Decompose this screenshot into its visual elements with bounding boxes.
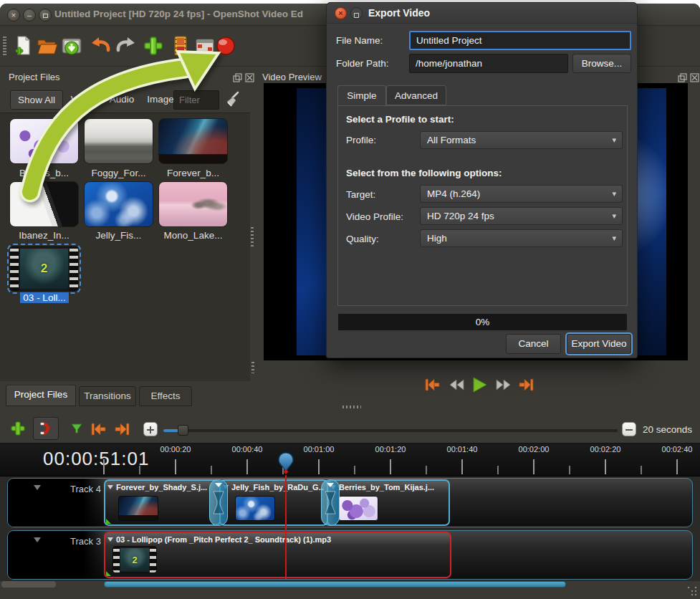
- file-thumbnail-ibanez[interactable]: [9, 181, 79, 227]
- toolbar-drag-handle[interactable]: [3, 37, 6, 55]
- file-label-selected[interactable]: 03 - Loll...: [20, 292, 69, 303]
- grid-scrollbar-dots[interactable]: [251, 362, 254, 373]
- preview-close-icon[interactable]: [690, 72, 699, 82]
- timeline-jump-end-button[interactable]: [113, 420, 132, 439]
- ruler-label: 00:02:40: [656, 445, 699, 454]
- dialog-close-button[interactable]: ×: [335, 7, 347, 19]
- export-video-button[interactable]: [214, 34, 237, 57]
- clip-resize-grip[interactable]: [106, 519, 111, 524]
- snapping-toggle-button[interactable]: [33, 417, 59, 440]
- ruler-minor-ticks: [139, 466, 700, 474]
- redo-icon: [115, 34, 138, 57]
- options-section-heading: Select from the following options:: [346, 168, 502, 178]
- track-menu-chevron[interactable]: [34, 485, 41, 490]
- window-resize-grip[interactable]: [687, 586, 697, 596]
- clip-menu-chevron[interactable]: [107, 537, 113, 542]
- profile-select[interactable]: All Formats▾: [420, 131, 623, 149]
- timeline-scrollbar-thumb[interactable]: [104, 581, 566, 588]
- fast-forward-button[interactable]: [494, 375, 513, 394]
- razor-tool-button[interactable]: [70, 423, 83, 436]
- preview-splitter-handle[interactable]: [342, 406, 361, 408]
- panel-close-icon[interactable]: [245, 72, 254, 82]
- undo-icon: [89, 34, 112, 57]
- file-thumbnail-foggy-forest[interactable]: [84, 118, 153, 164]
- play-button[interactable]: [470, 375, 489, 394]
- folder-path-input[interactable]: [409, 54, 568, 73]
- file-label[interactable]: Ibanez_In...: [9, 230, 79, 241]
- browse-button[interactable]: Browse...: [572, 54, 631, 73]
- track-name: Track 4: [70, 484, 101, 494]
- file-label[interactable]: Foggy_For...: [84, 168, 153, 178]
- cancel-button[interactable]: Cancel: [506, 334, 561, 354]
- zoom-out-button[interactable]: [622, 422, 636, 436]
- import-files-button[interactable]: [142, 34, 165, 57]
- file-thumbnail-forever[interactable]: [158, 118, 228, 164]
- open-project-button[interactable]: [36, 34, 59, 57]
- file-thumbnail-lollipop-audio[interactable]: 2: [9, 246, 79, 292]
- timeline-jump-start-button[interactable]: [89, 420, 107, 439]
- window-minimize-button[interactable]: –: [23, 9, 36, 21]
- file-label[interactable]: Forever_b...: [158, 168, 228, 178]
- filmstrip-icon: [169, 34, 192, 57]
- clip-berries[interactable]: Berries_by_Tom_Kijas.j...: [327, 479, 450, 526]
- file-thumbnail-mono-lake[interactable]: [158, 181, 228, 227]
- file-thumbnail-jellyfish[interactable]: [84, 181, 153, 227]
- window-maximize-button[interactable]: [39, 9, 52, 21]
- target-select[interactable]: MP4 (h.264)▾: [420, 185, 623, 203]
- file-label[interactable]: Mono_Lake...: [158, 230, 228, 241]
- filter-audio-button[interactable]: Audio: [105, 90, 139, 110]
- clip-lollipop-audio-selected[interactable]: 03 - Lollipop (From _Pitch Perfect 2_ So…: [104, 532, 451, 578]
- animated-title-button[interactable]: [193, 34, 216, 57]
- zoom-scale-label: 20 seconds: [643, 424, 692, 435]
- rewind-button[interactable]: [447, 375, 466, 394]
- dialog-maximize-button[interactable]: [350, 7, 363, 19]
- clear-filter-broom-icon[interactable]: [224, 91, 241, 108]
- target-label: Target:: [346, 189, 375, 200]
- new-project-button[interactable]: [11, 34, 34, 57]
- dialog-title-bar: × Export Video: [327, 3, 637, 24]
- track-header-scrollbar-thumb[interactable]: [1, 581, 56, 588]
- playhead-line: [285, 475, 287, 579]
- save-project-button[interactable]: [60, 34, 83, 57]
- filter-video-button[interactable]: Video: [66, 90, 100, 110]
- playhead-marker[interactable]: [278, 451, 294, 477]
- jump-to-start-button[interactable]: [423, 375, 441, 394]
- track-menu-chevron[interactable]: [34, 537, 41, 542]
- album-art-badge: 2: [41, 262, 47, 276]
- zoom-slider-track[interactable]: [163, 429, 618, 432]
- tab-advanced[interactable]: Advanced: [386, 85, 446, 105]
- file-name-input[interactable]: [409, 31, 631, 50]
- choose-profile-button[interactable]: [169, 34, 192, 57]
- tab-transitions[interactable]: Transitions: [79, 386, 136, 406]
- tab-effects[interactable]: Effects: [139, 386, 192, 406]
- file-label[interactable]: Berries_b...: [9, 168, 79, 178]
- panel-float-icon[interactable]: [233, 72, 242, 82]
- undo-button[interactable]: [89, 34, 112, 57]
- redo-button[interactable]: [115, 34, 138, 57]
- video-preview-panel-title: Video Preview: [262, 72, 322, 82]
- clip-forever[interactable]: Forever_by_Shady_S.j...: [104, 479, 221, 526]
- clip-label: 03 - Lollipop (From _Pitch Perfect 2_ So…: [116, 535, 447, 544]
- panel-splitter-handle[interactable]: [251, 227, 254, 247]
- clip-resize-grip[interactable]: [106, 571, 111, 576]
- jump-to-end-button[interactable]: [517, 375, 536, 394]
- filter-input[interactable]: [173, 90, 219, 110]
- window-title: Untitled Project [HD 720p 24 fps] - Open…: [54, 9, 303, 19]
- zoom-slider-handle[interactable]: [178, 425, 188, 436]
- add-track-button[interactable]: [9, 420, 27, 437]
- video-profile-select[interactable]: HD 720p 24 fps▾: [420, 207, 623, 225]
- preview-float-icon[interactable]: [678, 72, 687, 82]
- tab-simple[interactable]: Simple: [337, 85, 386, 107]
- transition-2[interactable]: [321, 479, 340, 526]
- file-label[interactable]: Jelly_Fis...: [84, 230, 153, 241]
- file-thumbnail-berries[interactable]: [9, 118, 79, 164]
- transition-1[interactable]: [209, 479, 228, 526]
- filter-show-all-button[interactable]: Show All: [10, 90, 63, 110]
- tab-project-files[interactable]: Project Files: [6, 385, 76, 406]
- quality-select[interactable]: High▾: [420, 229, 623, 247]
- clip-menu-chevron[interactable]: [107, 485, 113, 489]
- zoom-in-button[interactable]: [143, 422, 158, 436]
- export-video-confirm-button[interactable]: Export Video: [567, 334, 631, 354]
- window-close-button[interactable]: ×: [7, 9, 20, 21]
- clip-jellyfish[interactable]: Jelly_Fish_by_RaDu_G...: [219, 479, 328, 526]
